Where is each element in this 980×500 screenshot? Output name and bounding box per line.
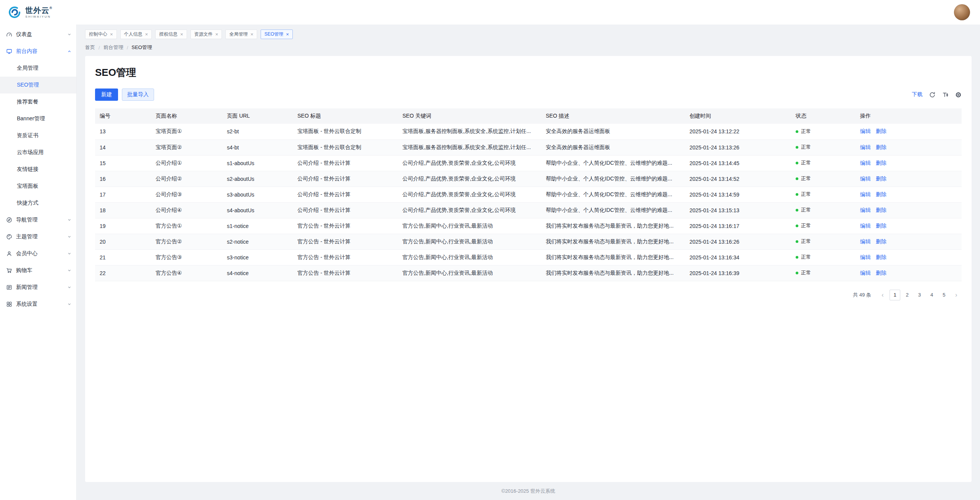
page-button-2[interactable]: 2 — [902, 290, 913, 300]
download-link[interactable]: 下载 — [912, 91, 923, 98]
edit-link[interactable]: 编辑 — [860, 175, 871, 182]
chevron-up-icon — [67, 49, 72, 54]
sidebar-subitem-3[interactable]: 推荐套餐 — [0, 93, 76, 110]
dashboard-icon — [6, 31, 12, 38]
sidebar-subitem-4[interactable]: Banner管理 — [0, 110, 76, 127]
sidebar-item-8[interactable]: 系统设置 — [0, 296, 76, 313]
delete-link[interactable]: 删除 — [876, 207, 886, 213]
next-page-icon[interactable]: › — [951, 290, 962, 300]
delete-link[interactable]: 删除 — [876, 254, 886, 260]
cell-created-time: 2025-01-24 13:12:22 — [685, 124, 791, 139]
edit-link[interactable]: 编辑 — [860, 238, 871, 244]
tab-close-icon[interactable]: × — [180, 32, 183, 37]
prev-page-icon[interactable]: ‹ — [877, 290, 888, 300]
new-button[interactable]: 新建 — [95, 89, 118, 101]
tab-4[interactable]: 资源文件 × — [190, 30, 222, 39]
cell-status: 正常 — [791, 139, 855, 155]
sidebar-subitem-5[interactable]: 资质证书 — [0, 127, 76, 144]
edit-link[interactable]: 编辑 — [860, 270, 871, 276]
tab-6[interactable]: SEO管理 × — [261, 30, 293, 39]
cell-description: 帮助中小企业、个人简化IDC管控、云维维护的难题... — [541, 171, 685, 187]
sidebar-item-3[interactable]: 导航管理 — [0, 211, 76, 228]
delete-link[interactable]: 删除 — [876, 238, 886, 244]
page-button-3[interactable]: 3 — [914, 290, 925, 300]
registered-mark-icon: ® — [49, 6, 53, 10]
cell-actions: 编辑删除 — [855, 187, 962, 202]
logo[interactable]: 世外云® SHIWAIYUN — [7, 5, 53, 20]
sidebar-subitem-1[interactable]: 全局管理 — [0, 60, 76, 77]
sidebar-item-2[interactable]: 前台内容 — [0, 43, 76, 60]
edit-link[interactable]: 编辑 — [860, 128, 871, 134]
page-button-1[interactable]: 1 — [890, 290, 900, 300]
cell-url: s2-aboutUs — [222, 171, 293, 187]
edit-link[interactable]: 编辑 — [860, 144, 871, 150]
cell-created-time: 2025-01-24 13:16:34 — [685, 249, 791, 265]
edit-link[interactable]: 编辑 — [860, 254, 871, 260]
column-settings-icon[interactable] — [955, 92, 962, 98]
cell-status: 正常 — [791, 155, 855, 171]
chevron-down-icon — [67, 234, 72, 239]
page-button-4[interactable]: 4 — [926, 290, 937, 300]
sidebar-subitem-7[interactable]: 友情链接 — [0, 161, 76, 178]
table-row: 22 官方公告④ s4-notice 官方公告 - 世外云计算 官方公告,新闻中… — [95, 265, 962, 281]
sidebar-item-5[interactable]: 会员中心 — [0, 245, 76, 262]
cell-actions: 编辑删除 — [855, 155, 962, 171]
tab-close-icon[interactable]: × — [110, 32, 113, 37]
delete-link[interactable]: 删除 — [876, 191, 886, 197]
sidebar-item-6[interactable]: 购物车 — [0, 262, 76, 279]
tab-3[interactable]: 授权信息 × — [155, 30, 187, 39]
delete-link[interactable]: 删除 — [876, 128, 886, 134]
cell-keywords: 公司介绍,产品优势,资质荣誉,企业文化,公司环境 — [398, 171, 541, 187]
delete-link[interactable]: 删除 — [876, 223, 886, 229]
tab-close-icon[interactable]: × — [250, 32, 253, 37]
sidebar-subitem-8[interactable]: 宝塔面板 — [0, 178, 76, 195]
edit-link[interactable]: 编辑 — [860, 191, 871, 197]
tab-2[interactable]: 个人信息 × — [120, 30, 152, 39]
cell-id: 14 — [95, 139, 151, 155]
font-size-icon[interactable] — [942, 92, 949, 98]
sidebar-item-7[interactable]: 新闻管理 — [0, 279, 76, 296]
edit-link[interactable]: 编辑 — [860, 207, 871, 213]
col-header-4: SEO 标题 — [293, 108, 398, 124]
cell-created-time: 2025-01-24 13:15:13 — [685, 202, 791, 218]
status-label: 正常 — [801, 192, 811, 197]
tab-5[interactable]: 全局管理 × — [225, 30, 257, 39]
tab-close-icon[interactable]: × — [145, 32, 148, 37]
chevron-down-icon — [67, 251, 72, 256]
refresh-icon[interactable] — [929, 92, 936, 98]
sidebar-item-4[interactable]: 主题管理 — [0, 228, 76, 245]
pagination: 共 49 条 ‹ 12345 › — [95, 290, 962, 300]
apps-icon — [6, 301, 12, 307]
batch-import-button[interactable]: 批量导入 — [122, 89, 154, 101]
cell-seo-title: 官方公告 - 世外云计算 — [293, 218, 398, 234]
sidebar-subitem-6[interactable]: 云市场应用 — [0, 144, 76, 161]
user-avatar[interactable] — [954, 4, 970, 20]
status-dot-icon — [796, 177, 798, 180]
tab-close-icon[interactable]: × — [286, 32, 289, 37]
delete-link[interactable]: 删除 — [876, 144, 886, 150]
sidebar-subitem-9[interactable]: 快捷方式 — [0, 195, 76, 211]
cell-seo-title: 宝塔面板 - 世外云联合定制 — [293, 124, 398, 139]
cell-created-time: 2025-01-24 13:16:26 — [685, 234, 791, 249]
cell-keywords: 官方公告,新闻中心,行业资讯,最新活动 — [398, 218, 541, 234]
tab-close-icon[interactable]: × — [215, 32, 218, 37]
delete-link[interactable]: 删除 — [876, 270, 886, 276]
page-button-5[interactable]: 5 — [939, 290, 949, 300]
status-label: 正常 — [801, 223, 811, 229]
breadcrumb-item-1[interactable]: 首页 — [85, 44, 95, 51]
tab-1[interactable]: 控制中心 × — [85, 30, 117, 39]
edit-link[interactable]: 编辑 — [860, 223, 871, 229]
status-label: 正常 — [801, 144, 811, 150]
delete-link[interactable]: 删除 — [876, 160, 886, 166]
sidebar-item-1[interactable]: 仪表盘 — [0, 26, 76, 43]
cell-status: 正常 — [791, 124, 855, 139]
cell-id: 16 — [95, 171, 151, 187]
sidebar-subitem-2[interactable]: SEO管理 — [0, 77, 76, 93]
cell-description: 我们将实时发布服务动态与最新资讯，助力您更好地... — [541, 234, 685, 249]
edit-link[interactable]: 编辑 — [860, 160, 871, 166]
total-count: 共 49 条 — [853, 292, 871, 298]
breadcrumb-item-2[interactable]: 前台管理 — [103, 44, 123, 51]
delete-link[interactable]: 删除 — [876, 175, 886, 182]
cell-description: 我们将实时发布服务动态与最新资讯，助力您更好地... — [541, 249, 685, 265]
cell-page-name: 公司介绍① — [151, 155, 222, 171]
